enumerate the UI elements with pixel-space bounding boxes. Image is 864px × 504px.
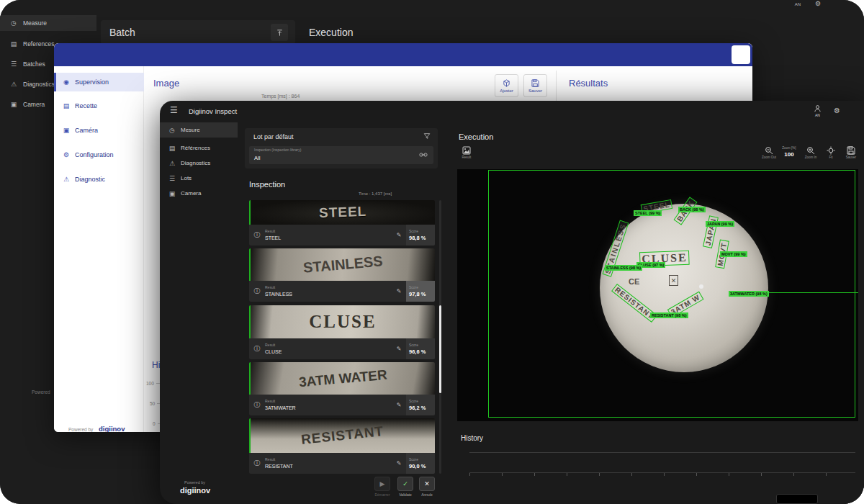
gear-icon[interactable]: ⚙: [815, 0, 821, 7]
score-tag: STAINLESS (98 %): [605, 265, 642, 271]
zoom-percent-value: 100: [779, 151, 799, 158]
result-value: STEEL: [265, 235, 392, 240]
sidebar-item-diagnostic[interactable]: ⚠ Diagnostic: [54, 170, 144, 189]
user-avatar[interactable]: AN: [814, 104, 822, 117]
inspection-card[interactable]: STEEL ⓘ ResultSTEEL ✎ Score98,8 %: [249, 200, 435, 246]
cancel-button[interactable]: ✕ Annule: [418, 477, 436, 497]
sidebar-item-measure[interactable]: ◷ Measure: [0, 15, 96, 31]
score-value: 97,8 %: [409, 292, 435, 297]
inspection-title: Inspection: [249, 180, 285, 189]
zoom-percent-label: Zoom [%]: [779, 147, 799, 150]
adjust-button[interactable]: Ajuster: [495, 74, 518, 97]
validate-label: Validate: [396, 492, 415, 497]
scrollbar-track[interactable]: [439, 200, 441, 474]
fit-label: Fit: [821, 156, 841, 160]
history-gridline: [469, 452, 855, 453]
sidebar-item-references[interactable]: ▤ Références: [160, 140, 238, 156]
info-icon[interactable]: ⓘ: [249, 453, 265, 474]
sidebar-item-label: References: [23, 40, 54, 48]
upload-button[interactable]: [271, 24, 288, 41]
score-label: Score: [409, 343, 435, 348]
scrollbar-thumb[interactable]: [439, 305, 441, 393]
result-tool[interactable]: Result: [456, 146, 477, 160]
sidebar-item-label: Diagnostics: [181, 160, 210, 166]
list-icon: ☰: [10, 60, 17, 68]
score-value: 98,8 %: [409, 235, 435, 241]
edit-icon[interactable]: ✎: [392, 338, 406, 359]
fit-button[interactable]: Fit: [821, 146, 841, 160]
watch-dot: [699, 284, 703, 289]
book-icon: ▤: [10, 40, 17, 48]
inspection-card[interactable]: CLUSE ⓘ ResultCLUSE ✎ Score96,6 %: [249, 305, 435, 359]
info-icon[interactable]: ⓘ: [249, 395, 265, 415]
edit-icon[interactable]: ✎: [392, 281, 406, 302]
check-icon: ✓: [397, 477, 413, 491]
save-tool-label: Sauver: [841, 156, 861, 160]
titlebar: [54, 43, 752, 66]
sidebar-item-mesure[interactable]: ◷ Mesure: [160, 122, 238, 138]
info-icon[interactable]: ⓘ: [249, 225, 265, 246]
camera-icon: ▣: [63, 127, 70, 134]
zoom-out-button[interactable]: Zoom Out: [759, 146, 779, 160]
filter-icon[interactable]: [423, 132, 431, 140]
inspection-card[interactable]: STAINLESS ⓘ ResultSTAINLESS ✎ Score97,8 …: [249, 248, 435, 302]
link-icon[interactable]: [419, 152, 428, 158]
list-icon: ☰: [168, 175, 176, 182]
sidebar-item-label: Camera: [23, 101, 45, 108]
cancel-label: Annule: [418, 492, 436, 497]
crop-word: CLUSE: [309, 312, 376, 332]
lot-panel: Lot par défaut Inspection (Inspection li…: [245, 128, 438, 168]
crop-image: STEEL: [249, 200, 435, 225]
edit-icon[interactable]: ✎: [392, 395, 406, 415]
cube-icon: [503, 79, 510, 87]
score-tag: MOVT (99 %): [720, 251, 747, 257]
zoom-in-button[interactable]: Zoom In: [801, 146, 821, 160]
crop-image: RESISTANT: [249, 418, 435, 453]
user-initials: AN: [814, 113, 822, 117]
inspection-card[interactable]: 3ATM WATER ⓘ Result3ATMWATER ✎ Score96,2…: [249, 362, 435, 415]
sidebar-item-camera[interactable]: ▣ Caméra: [54, 121, 144, 140]
sidebar-item-label: Mesure: [181, 127, 200, 133]
info-icon[interactable]: ⓘ: [249, 338, 265, 359]
score-tag: BACK (98 %): [678, 207, 706, 212]
sidebar-item-configuration[interactable]: ⚙ Configuration: [54, 145, 144, 164]
sidebar-item-camera[interactable]: ▣ Camera: [160, 186, 238, 201]
sidebar-item-supervision[interactable]: ◉ Supervision: [54, 73, 144, 91]
adjust-label: Ajuster: [500, 89, 513, 93]
save-icon: [531, 79, 539, 87]
image-panel-title: Image: [153, 78, 179, 89]
sidebar-item-lots[interactable]: ☰ Lots: [160, 171, 238, 186]
inspection-card[interactable]: RESISTANT ⓘ ResultRESISTANT ✎ Score90,0 …: [249, 418, 435, 474]
select-label: Inspection (Inspection library): [254, 148, 301, 153]
results-panel-title: Résultats: [569, 78, 608, 89]
save-tool-button[interactable]: Sauver: [841, 146, 861, 160]
sidebar-item-diagnostics[interactable]: ⚠ Diagnostics: [160, 156, 238, 171]
gear-icon[interactable]: ⚙: [834, 107, 840, 114]
score-cell: Score96,2 %: [406, 395, 435, 415]
execution-title: Execution: [459, 132, 493, 141]
score-tag: STEEL (99 %): [634, 210, 662, 216]
weee-symbol: ✕: [669, 275, 678, 286]
card-row: ⓘ ResultSTAINLESS ✎ Score97,8 %: [249, 281, 435, 302]
edit-icon[interactable]: ✎: [392, 453, 406, 474]
app-title: Digiinov Inspect: [189, 107, 237, 115]
crop-word: 3ATM WATER: [298, 366, 387, 390]
card-row: ⓘ Result3ATMWATER ✎ Score96,2 %: [249, 395, 435, 415]
edit-icon[interactable]: ✎: [392, 225, 406, 246]
execution-image-viewport[interactable]: STAINLESS STEEL BACK JAPAN MOVT CLUSE CE…: [457, 169, 858, 421]
inspection-select[interactable]: Inspection (Inspection library) All: [249, 146, 433, 164]
sidebar-item-recette[interactable]: ▤ Recette: [54, 96, 144, 115]
camera-icon: ▣: [10, 101, 17, 108]
start-button[interactable]: ▶ Démarrer: [373, 477, 392, 497]
score-tag: JAPAN (99 %): [706, 221, 734, 227]
info-icon[interactable]: ⓘ: [249, 281, 265, 302]
menu-icon[interactable]: ☰: [170, 105, 178, 115]
card-row: ⓘ ResultRESISTANT ✎ Score90,0 %: [249, 453, 435, 474]
save-button[interactable]: Sauver: [523, 74, 547, 97]
score-cell: Score97,8 %: [406, 281, 435, 302]
crop-image: 3ATM WATER: [249, 362, 435, 395]
score-label: Score: [409, 458, 435, 462]
crop-image: CLUSE: [249, 305, 435, 338]
brand-logo: digiinov: [180, 486, 210, 495]
validate-button[interactable]: ✓ Validate: [396, 477, 415, 497]
